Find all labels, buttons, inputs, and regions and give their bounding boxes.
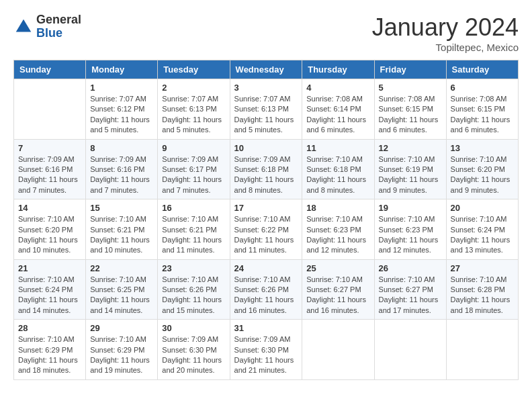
day-number: 11 [306, 143, 369, 153]
day-number: 24 [234, 263, 298, 273]
logo-icon [13, 17, 34, 37]
calendar-cell: 29Sunrise: 7:10 AMSunset: 6:29 PMDayligh… [86, 320, 158, 380]
day-info: Sunrise: 7:08 AMSunset: 6:15 PMDaylight:… [451, 94, 514, 136]
logo: General Blue [13, 13, 81, 40]
calendar-cell: 30Sunrise: 7:09 AMSunset: 6:30 PMDayligh… [158, 320, 230, 380]
calendar-cell: 2Sunrise: 7:07 AMSunset: 6:13 PMDaylight… [158, 79, 230, 140]
day-info: Sunrise: 7:10 AMSunset: 6:25 PMDaylight:… [90, 275, 153, 316]
calendar-cell: 31Sunrise: 7:09 AMSunset: 6:30 PMDayligh… [230, 320, 302, 380]
day-number: 6 [451, 83, 514, 93]
calendar-cell: 1Sunrise: 7:07 AMSunset: 6:12 PMDaylight… [86, 79, 158, 140]
calendar-table: SundayMondayTuesdayWednesdayThursdayFrid… [13, 60, 519, 380]
title-area: January 2024 Topiltepec, Mexico [372, 13, 519, 53]
day-info: Sunrise: 7:10 AMSunset: 6:19 PMDaylight:… [379, 154, 442, 196]
calendar-cell: 7Sunrise: 7:09 AMSunset: 6:16 PMDaylight… [14, 139, 86, 199]
day-of-week-header: Sunday [14, 60, 86, 79]
day-number: 25 [306, 263, 369, 273]
calendar-cell: 17Sunrise: 7:10 AMSunset: 6:22 PMDayligh… [230, 199, 302, 260]
calendar-cell [14, 79, 86, 140]
day-info: Sunrise: 7:07 AMSunset: 6:13 PMDaylight:… [162, 94, 225, 136]
day-info: Sunrise: 7:10 AMSunset: 6:26 PMDaylight:… [234, 275, 298, 316]
day-number: 3 [234, 83, 298, 93]
calendar-cell: 3Sunrise: 7:07 AMSunset: 6:13 PMDaylight… [230, 79, 302, 140]
day-number: 5 [379, 83, 442, 93]
day-number: 12 [379, 143, 442, 153]
day-number: 18 [306, 203, 369, 213]
calendar-cell: 5Sunrise: 7:08 AMSunset: 6:15 PMDaylight… [374, 79, 446, 140]
calendar-cell: 25Sunrise: 7:10 AMSunset: 6:27 PMDayligh… [302, 259, 374, 320]
day-info: Sunrise: 7:10 AMSunset: 6:26 PMDaylight:… [162, 275, 225, 316]
day-info: Sunrise: 7:10 AMSunset: 6:21 PMDaylight:… [162, 214, 225, 256]
day-info: Sunrise: 7:09 AMSunset: 6:17 PMDaylight:… [162, 154, 225, 196]
page-header: General Blue January 2024 Topiltepec, Me… [13, 13, 519, 53]
day-info: Sunrise: 7:09 AMSunset: 6:30 PMDaylight:… [162, 334, 225, 376]
calendar-cell: 22Sunrise: 7:10 AMSunset: 6:25 PMDayligh… [86, 259, 158, 320]
day-number: 2 [162, 83, 225, 93]
logo-blue: Blue [36, 27, 81, 40]
calendar-cell: 27Sunrise: 7:10 AMSunset: 6:28 PMDayligh… [446, 259, 518, 320]
day-of-week-header: Thursday [302, 60, 374, 79]
day-info: Sunrise: 7:09 AMSunset: 6:16 PMDaylight:… [18, 154, 81, 196]
day-number: 28 [18, 323, 81, 333]
day-of-week-header: Wednesday [230, 60, 302, 79]
svg-marker-0 [16, 19, 32, 32]
day-info: Sunrise: 7:08 AMSunset: 6:15 PMDaylight:… [379, 94, 442, 136]
day-info: Sunrise: 7:09 AMSunset: 6:16 PMDaylight:… [90, 154, 153, 196]
day-info: Sunrise: 7:09 AMSunset: 6:18 PMDaylight:… [234, 154, 298, 196]
calendar-cell: 14Sunrise: 7:10 AMSunset: 6:20 PMDayligh… [14, 199, 86, 260]
day-number: 1 [90, 83, 153, 93]
day-info: Sunrise: 7:10 AMSunset: 6:18 PMDaylight:… [306, 154, 369, 196]
day-info: Sunrise: 7:08 AMSunset: 6:14 PMDaylight:… [306, 94, 369, 136]
day-number: 17 [234, 203, 298, 213]
day-number: 23 [162, 263, 225, 273]
day-info: Sunrise: 7:10 AMSunset: 6:29 PMDaylight:… [90, 334, 153, 376]
day-number: 29 [90, 323, 153, 333]
calendar-cell: 23Sunrise: 7:10 AMSunset: 6:26 PMDayligh… [158, 259, 230, 320]
day-number: 7 [18, 143, 81, 153]
day-info: Sunrise: 7:10 AMSunset: 6:20 PMDaylight:… [451, 154, 514, 196]
calendar-cell: 20Sunrise: 7:10 AMSunset: 6:24 PMDayligh… [446, 199, 518, 260]
day-info: Sunrise: 7:10 AMSunset: 6:29 PMDaylight:… [18, 334, 81, 376]
day-info: Sunrise: 7:07 AMSunset: 6:13 PMDaylight:… [234, 94, 298, 136]
day-of-week-header: Friday [374, 60, 446, 79]
day-number: 14 [18, 203, 81, 213]
calendar-cell: 24Sunrise: 7:10 AMSunset: 6:26 PMDayligh… [230, 259, 302, 320]
day-of-week-header: Monday [86, 60, 158, 79]
day-info: Sunrise: 7:10 AMSunset: 6:27 PMDaylight:… [306, 275, 369, 316]
logo-general: General [36, 13, 81, 27]
calendar-cell: 13Sunrise: 7:10 AMSunset: 6:20 PMDayligh… [446, 139, 518, 199]
day-info: Sunrise: 7:10 AMSunset: 6:24 PMDaylight:… [451, 214, 514, 256]
calendar-cell: 4Sunrise: 7:08 AMSunset: 6:14 PMDaylight… [302, 79, 374, 140]
day-info: Sunrise: 7:10 AMSunset: 6:28 PMDaylight:… [451, 275, 514, 316]
day-number: 22 [90, 263, 153, 273]
day-info: Sunrise: 7:10 AMSunset: 6:23 PMDaylight:… [379, 214, 442, 256]
calendar-cell: 21Sunrise: 7:10 AMSunset: 6:24 PMDayligh… [14, 259, 86, 320]
calendar-cell: 28Sunrise: 7:10 AMSunset: 6:29 PMDayligh… [14, 320, 86, 380]
calendar-cell: 11Sunrise: 7:10 AMSunset: 6:18 PMDayligh… [302, 139, 374, 199]
calendar-cell: 8Sunrise: 7:09 AMSunset: 6:16 PMDaylight… [86, 139, 158, 199]
calendar-cell: 19Sunrise: 7:10 AMSunset: 6:23 PMDayligh… [374, 199, 446, 260]
calendar-cell: 10Sunrise: 7:09 AMSunset: 6:18 PMDayligh… [230, 139, 302, 199]
day-number: 8 [90, 143, 153, 153]
day-of-week-header: Saturday [446, 60, 518, 79]
day-info: Sunrise: 7:10 AMSunset: 6:21 PMDaylight:… [90, 214, 153, 256]
calendar-cell [302, 320, 374, 380]
calendar-cell: 12Sunrise: 7:10 AMSunset: 6:19 PMDayligh… [374, 139, 446, 199]
calendar-cell: 9Sunrise: 7:09 AMSunset: 6:17 PMDaylight… [158, 139, 230, 199]
day-number: 15 [90, 203, 153, 213]
logo-text: General Blue [36, 13, 81, 40]
calendar-cell: 16Sunrise: 7:10 AMSunset: 6:21 PMDayligh… [158, 199, 230, 260]
day-number: 31 [234, 323, 298, 333]
day-info: Sunrise: 7:10 AMSunset: 6:20 PMDaylight:… [18, 214, 81, 256]
day-info: Sunrise: 7:10 AMSunset: 6:27 PMDaylight:… [379, 275, 442, 316]
day-number: 4 [306, 83, 369, 93]
day-info: Sunrise: 7:10 AMSunset: 6:22 PMDaylight:… [234, 214, 298, 256]
day-number: 10 [234, 143, 298, 153]
calendar-cell [374, 320, 446, 380]
month-title: January 2024 [372, 13, 519, 42]
day-info: Sunrise: 7:09 AMSunset: 6:30 PMDaylight:… [234, 334, 298, 376]
location: Topiltepec, Mexico [372, 42, 519, 53]
day-info: Sunrise: 7:07 AMSunset: 6:12 PMDaylight:… [90, 94, 153, 136]
day-number: 26 [379, 263, 442, 273]
day-info: Sunrise: 7:10 AMSunset: 6:23 PMDaylight:… [306, 214, 369, 256]
